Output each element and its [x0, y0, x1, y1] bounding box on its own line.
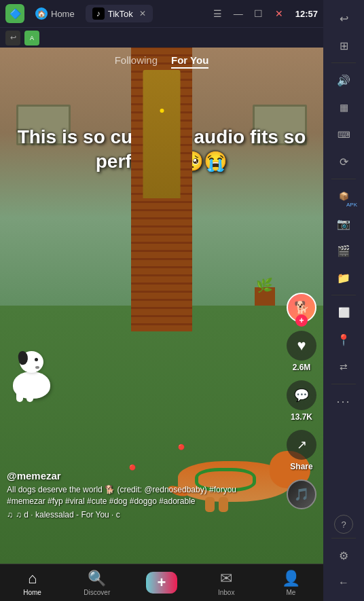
nav-inbox[interactable]: ✉ Inbox [194, 570, 259, 596]
minimize-btn[interactable]: — [232, 7, 245, 20]
camera-sidebar-btn[interactable]: 📷 [329, 211, 359, 236]
white-dog-leg [16, 388, 23, 402]
following-tab[interactable]: Following [115, 53, 158, 69]
video-area: 🌿 [0, 48, 323, 564]
username-label[interactable]: @memezar [7, 470, 276, 481]
bluestacks-icon: 🔷 [5, 4, 24, 23]
inbox-icon: ✉ [220, 570, 232, 587]
follow-plus-btn[interactable]: + [295, 314, 308, 327]
door-knob [160, 109, 164, 113]
like-button[interactable]: ♥ 2.6M [287, 331, 316, 372]
sidebar-separator-5 [331, 538, 356, 539]
home-tab[interactable]: 🏠 Home [29, 5, 81, 22]
second-bar: ↩ A [0, 27, 323, 48]
nav-tabs: Following For You [0, 53, 323, 69]
music-button[interactable]: 🎵 [287, 479, 316, 509]
add-video-button[interactable]: + [146, 572, 177, 594]
discover-icon: 🔍 [88, 570, 106, 587]
android-btn[interactable]: A [24, 31, 39, 45]
share-icon: ↗ [287, 430, 316, 460]
close-tab-btn[interactable]: ✕ [139, 9, 146, 18]
sync-sidebar-btn[interactable]: ⇄ [329, 354, 359, 380]
nav-home-label: Home [23, 589, 41, 596]
main-area: 🔷 🏠 Home ♪ TikTok ✕ ☰ — ☐ ✕ 12:57 ↩ A [0, 0, 323, 601]
share-label: Share [290, 462, 312, 471]
sidebar-separator-1 [331, 62, 356, 63]
comment-icon: 💬 [287, 380, 316, 410]
apk-label: APK [346, 202, 357, 208]
music-note-icon: ♫ [7, 510, 13, 520]
share-button[interactable]: ↗ Share [287, 430, 316, 471]
keyboard-sidebar-btn[interactable]: ⌨ [329, 122, 359, 147]
location-sidebar-btn[interactable]: 📍 [329, 327, 359, 352]
window-controls: ☰ — ☐ ✕ [211, 7, 286, 20]
folder-sidebar-btn[interactable]: 📁 [329, 265, 359, 291]
comment-button[interactable]: 💬 13.7K [287, 380, 316, 422]
time-display: 12:57 [295, 9, 318, 19]
more-sidebar-btn[interactable]: ··· [329, 388, 359, 414]
white-dog-head [20, 351, 43, 373]
tiktok-tab[interactable]: ♪ TikTok ✕ [86, 5, 153, 22]
music-text: ♫ d · kalessalad - For You · c [16, 510, 120, 520]
screen-btn[interactable]: ⊞ [329, 33, 359, 58]
white-dog-nose [35, 366, 39, 369]
house-background: 🌿 [0, 48, 323, 331]
for-you-tab[interactable]: For You [171, 53, 208, 69]
home-tab-label: Home [51, 9, 75, 19]
sidebar-separator-3 [331, 295, 356, 295]
layout-sidebar-btn[interactable]: ▦ [329, 94, 359, 120]
sidebar-separator-2 [331, 179, 356, 179]
video-sidebar-btn[interactable]: 🎬 [329, 238, 359, 263]
volume-sidebar-btn[interactable]: 🔊 [329, 67, 359, 93]
help-sidebar-btn[interactable]: ? [334, 515, 353, 534]
home-tab-icon: 🏠 [35, 7, 48, 20]
nav-inbox-label: Inbox [218, 589, 234, 596]
bottom-nav: ⌂ Home 🔍 Discover + ✉ Inbox 👤 Me [0, 564, 323, 601]
like-count: 2.6M [293, 363, 311, 372]
nav-discover-label: Discover [84, 589, 110, 596]
back-sidebar-btn[interactable]: ↩ [329, 5, 359, 31]
grass-area [0, 306, 323, 564]
creator-avatar[interactable]: 🐕 + [287, 293, 316, 323]
back-nav-sidebar-btn[interactable]: ← [329, 570, 359, 596]
menu-btn[interactable]: ☰ [211, 7, 225, 20]
home-icon: ⌂ [28, 570, 37, 587]
top-bar: 🔷 🏠 Home ♪ TikTok ✕ ☰ — ☐ ✕ 12:57 [0, 0, 323, 27]
nav-home[interactable]: ⌂ Home [0, 570, 65, 596]
refresh-btn[interactable]: ↩ [5, 31, 20, 45]
close-btn[interactable]: ✕ [272, 7, 286, 20]
sidebar-separator-4 [331, 384, 356, 384]
video-user-info: @memezar All dogs deserve the world 🐕 (c… [7, 470, 276, 520]
white-dog-ear [18, 350, 29, 365]
white-dog [10, 348, 54, 399]
comment-count: 13.7K [291, 412, 312, 422]
apk-icon: 📦 [339, 192, 349, 201]
layers-sidebar-btn[interactable]: ⬜ [329, 299, 359, 325]
video-actions: 🐕 + ♥ 2.6M 💬 13.7K ↗ Share 🎵 [287, 293, 316, 509]
tiktok-tab-label: TikTok [108, 9, 133, 19]
apk-sidebar-btn[interactable]: 📦 APK [329, 183, 359, 209]
nav-discover[interactable]: 🔍 Discover [65, 570, 129, 596]
settings-sidebar-btn[interactable]: ⚙ [329, 543, 359, 568]
nav-add[interactable]: + [129, 572, 194, 594]
rotate-sidebar-btn[interactable]: ⟳ [329, 149, 359, 175]
music-info: ♫ ♫ d · kalessalad - For You · c [7, 510, 276, 520]
nav-me[interactable]: 👤 Me [259, 570, 323, 596]
white-dog-eye [35, 358, 38, 361]
right-sidebar: ↩ ⊞ 🔊 ▦ ⌨ ⟳ 📦 APK 📷 🎬 📁 ⬜ 📍 ⇄ ··· ? ⚙ ← [323, 0, 364, 601]
white-dog-leg2 [26, 388, 33, 402]
music-disc-icon: 🎵 [287, 479, 316, 509]
profile-icon: 👤 [282, 570, 300, 587]
heart-icon: ♥ [287, 331, 316, 361]
maximize-btn[interactable]: ☐ [252, 7, 266, 20]
tiktok-tab-icon: ♪ [92, 7, 105, 20]
door [143, 70, 181, 198]
video-description: All dogs deserve the world 🐕 (credit: @r… [7, 484, 276, 507]
nav-me-label: Me [286, 589, 295, 596]
